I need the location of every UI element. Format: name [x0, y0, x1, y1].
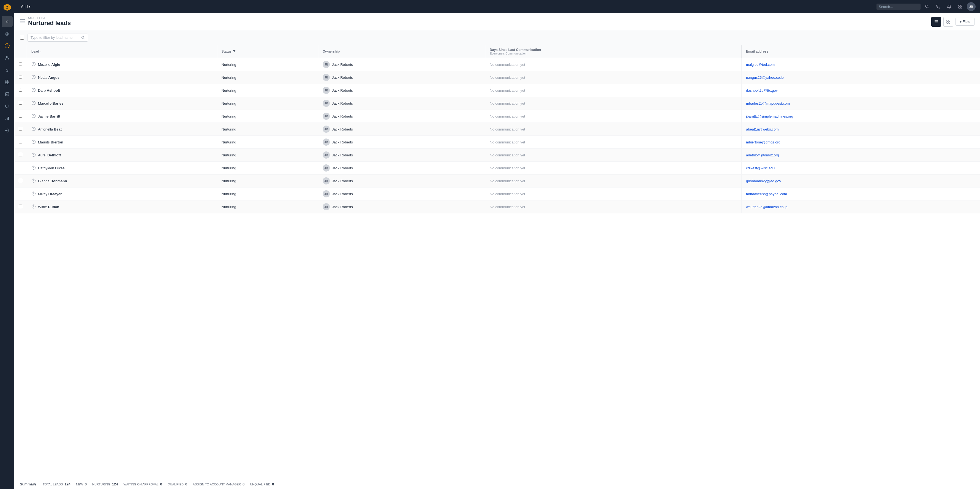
- email-link[interactable]: gdohmann2y@ed.gov: [746, 179, 781, 183]
- row-checkbox-cell[interactable]: [14, 123, 27, 136]
- search-icon-btn[interactable]: [923, 2, 932, 11]
- email-link[interactable]: malgiec@ted.com: [746, 62, 775, 67]
- lead-name-cell: Jayme Barritt: [27, 110, 217, 123]
- email-cell: nangus26@yahoo.co.jp: [741, 71, 980, 84]
- row-checkbox-cell[interactable]: [14, 188, 27, 201]
- row-checkbox[interactable]: [19, 75, 22, 79]
- email-link[interactable]: nangus26@yahoo.co.jp: [746, 75, 784, 80]
- sidebar-item-dollar[interactable]: $: [2, 64, 13, 75]
- row-checkbox[interactable]: [19, 166, 22, 169]
- row-checkbox[interactable]: [19, 88, 22, 92]
- col-status[interactable]: Status: [217, 45, 318, 58]
- lead-name[interactable]: Jayme Barritt: [38, 114, 60, 118]
- status-badge: Nurturing: [221, 75, 236, 80]
- lead-name[interactable]: Maurits Bierton: [38, 140, 63, 144]
- row-checkbox[interactable]: [19, 140, 22, 143]
- lead-name[interactable]: Cathyleen Dikes: [38, 166, 65, 170]
- email-link[interactable]: mbarles2b@mapquest.com: [746, 101, 790, 105]
- row-checkbox[interactable]: [19, 62, 22, 66]
- row-checkbox[interactable]: [19, 153, 22, 156]
- email-link[interactable]: mbiertone@dmoz.org: [746, 140, 780, 144]
- summary-key: QUALIFIED: [168, 483, 184, 486]
- sidebar-item-people[interactable]: [2, 52, 13, 63]
- row-checkbox-cell[interactable]: [14, 71, 27, 84]
- communication-text: No communication yet: [490, 153, 525, 157]
- select-all-checkbox[interactable]: [19, 36, 25, 40]
- row-checkbox-cell[interactable]: [14, 201, 27, 213]
- email-link[interactable]: cdikest@wisc.edu: [746, 166, 775, 170]
- sidebar-item-dashboard[interactable]: [2, 76, 13, 88]
- summary-value: 0: [160, 482, 162, 486]
- global-search-input[interactable]: [877, 3, 921, 10]
- lead-name[interactable]: Neala Angus: [38, 75, 59, 80]
- row-checkbox-cell[interactable]: [14, 149, 27, 162]
- sidebar-item-home[interactable]: ⌂: [2, 16, 13, 27]
- owner-avatar: JR: [323, 113, 330, 120]
- list-view-button[interactable]: [931, 17, 941, 27]
- add-chevron-icon: ▾: [29, 5, 30, 8]
- lead-name[interactable]: Antonella Beat: [38, 127, 62, 131]
- notification-icon-btn[interactable]: [945, 2, 954, 11]
- col-lead[interactable]: Lead ↑: [27, 45, 217, 58]
- lead-name[interactable]: Marcello Barles: [38, 101, 64, 105]
- email-link[interactable]: adethloffj@dmoz.org: [746, 153, 779, 157]
- sidebar-item-settings[interactable]: [2, 125, 13, 136]
- owner-avatar: JR: [323, 74, 330, 81]
- status-cell: Nurturing: [217, 162, 318, 175]
- communication-text: No communication yet: [490, 62, 525, 67]
- row-checkbox-cell[interactable]: [14, 175, 27, 188]
- status-badge: Nurturing: [221, 179, 236, 183]
- email-link[interactable]: jbarrittz@simplemachines.org: [746, 114, 793, 118]
- sidebar-item-tasks[interactable]: [2, 89, 13, 100]
- row-checkbox-cell[interactable]: [14, 84, 27, 97]
- grid-view-button[interactable]: [943, 17, 953, 27]
- email-cell: malgiec@ted.com: [741, 58, 980, 71]
- menu-icon[interactable]: [20, 19, 25, 24]
- row-checkbox-cell[interactable]: [14, 162, 27, 175]
- all-rows-checkbox[interactable]: [20, 36, 24, 40]
- status-badge: Nurturing: [221, 205, 236, 209]
- row-checkbox[interactable]: [19, 205, 22, 208]
- owner-avatar: JR: [323, 100, 330, 107]
- sidebar-item-target[interactable]: ◎: [2, 28, 13, 39]
- table-container: Type to filter by lead name Lead: [14, 30, 980, 479]
- email-link[interactable]: mdraayer2e@paypal.com: [746, 192, 787, 196]
- email-link[interactable]: abeat1n@webs.com: [746, 127, 779, 131]
- status-cell: Nurturing: [217, 136, 318, 149]
- user-avatar[interactable]: JR: [967, 2, 975, 11]
- communication-text: No communication yet: [490, 140, 525, 144]
- communication-cell: No communication yet: [485, 123, 741, 136]
- add-button[interactable]: Add ▾: [19, 3, 33, 10]
- more-options-icon[interactable]: ⋮: [75, 20, 80, 26]
- row-checkbox-cell[interactable]: [14, 58, 27, 71]
- communication-text: No communication yet: [490, 101, 525, 105]
- add-field-button[interactable]: + Field: [956, 18, 975, 25]
- row-checkbox-cell[interactable]: [14, 136, 27, 149]
- lead-name[interactable]: Wittie Duffan: [38, 205, 59, 209]
- lead-status-icon: [31, 178, 36, 184]
- email-link[interactable]: dashbolt2u@ftc.gov: [746, 88, 778, 92]
- lead-name[interactable]: Aurel Dethloff: [38, 153, 61, 157]
- lead-name[interactable]: Mikey Draayer: [38, 192, 62, 196]
- lead-name[interactable]: Glenna Dohmann: [38, 179, 67, 183]
- row-checkbox[interactable]: [19, 114, 22, 118]
- row-checkbox[interactable]: [19, 101, 22, 105]
- sidebar-item-chat[interactable]: [2, 101, 13, 112]
- row-checkbox[interactable]: [19, 192, 22, 195]
- summary-key: NURTURING: [92, 483, 110, 486]
- grid-icon-btn[interactable]: [956, 2, 964, 11]
- row-checkbox[interactable]: [19, 179, 22, 182]
- row-checkbox[interactable]: [19, 127, 22, 131]
- sidebar-item-reports[interactable]: [2, 113, 13, 124]
- sidebar-item-leads[interactable]: [2, 40, 13, 51]
- lead-status-icon: [31, 153, 36, 158]
- email-link[interactable]: wduffan2d@amazon.co.jp: [746, 205, 787, 209]
- row-checkbox-cell[interactable]: [14, 110, 27, 123]
- lead-name[interactable]: Mozelle Algie: [38, 62, 60, 67]
- lead-name[interactable]: Darb Ashbolt: [38, 88, 60, 92]
- phone-icon-btn[interactable]: [934, 2, 943, 11]
- main-area: Add ▾: [14, 0, 980, 489]
- svg-rect-16: [959, 7, 960, 8]
- row-checkbox-cell[interactable]: [14, 97, 27, 110]
- email-cell: abeat1n@webs.com: [741, 123, 980, 136]
